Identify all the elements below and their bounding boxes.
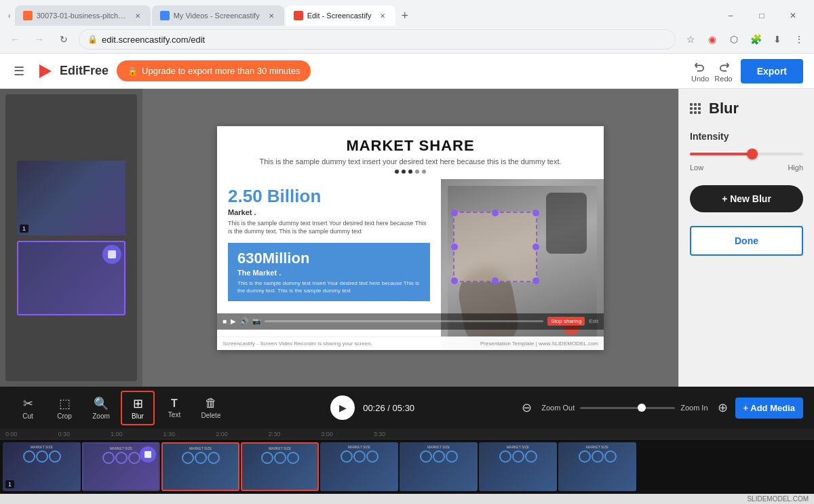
- window-controls: – □ ✕: [715, 5, 809, 26]
- add-media-button[interactable]: + Add Media: [735, 398, 803, 419]
- vc-stop-btn[interactable]: ■: [222, 317, 227, 325]
- blur-handle-tl[interactable]: [451, 210, 458, 216]
- export-button[interactable]: Export: [741, 59, 803, 83]
- menu-btn[interactable]: ⋮: [790, 30, 809, 49]
- delete-label: Delete: [201, 412, 221, 419]
- footer-brand: Screencastify - Screen Video Recorder is…: [222, 341, 372, 347]
- slider-thumb[interactable]: [747, 149, 758, 159]
- slider-fill: [690, 153, 752, 155]
- lock-icon: 🔒: [128, 66, 138, 76]
- new-tab-button[interactable]: +: [397, 9, 412, 23]
- zoom-tool[interactable]: 🔍 Zoom: [84, 392, 118, 424]
- blur-handle-tr[interactable]: [532, 210, 539, 216]
- blur-handle-tm[interactable]: [492, 210, 499, 216]
- timeline-thumb-5[interactable]: MARKET SIZE: [320, 442, 398, 491]
- tab-close-1[interactable]: ✕: [133, 11, 142, 20]
- timeline-thumb-4[interactable]: MARKET SIZE: [241, 442, 319, 491]
- panel-title: Blur: [709, 100, 739, 117]
- hamburger-menu[interactable]: ☰: [11, 61, 27, 81]
- timeline-thumb-3[interactable]: MARKET SIZE: [161, 442, 239, 491]
- extension-btn-2[interactable]: ⬡: [724, 30, 743, 49]
- blur-handle-br[interactable]: [532, 277, 539, 284]
- text-tool[interactable]: T Text: [157, 393, 191, 423]
- zoom-slider[interactable]: [580, 407, 675, 409]
- dot-3: [408, 170, 412, 174]
- tab-3[interactable]: Edit - Screencastify ✕: [286, 5, 396, 26]
- zoom-slider-thumb[interactable]: [638, 404, 646, 412]
- vc-play-btn[interactable]: ▶: [231, 317, 236, 325]
- slide-blue-box: 630Million The Market . This is the samp…: [228, 243, 430, 301]
- url-bar[interactable]: 🔒 edit.screencastify.com/edit: [79, 29, 676, 50]
- blur-handle-bm[interactable]: [492, 277, 499, 284]
- blur-selection-box[interactable]: [453, 212, 537, 282]
- tab-2[interactable]: My Videos - Screencastify ✕: [152, 5, 284, 26]
- undo-button[interactable]: Undo: [691, 60, 709, 83]
- refresh-button[interactable]: ↻: [54, 30, 73, 49]
- vc-cam-btn[interactable]: 📷: [252, 317, 260, 325]
- tab-close-3[interactable]: ✕: [378, 11, 387, 20]
- zoom-in-label: Zoom In: [680, 404, 708, 412]
- done-button[interactable]: Done: [690, 226, 803, 256]
- time-display: 00:26 / 05:30: [363, 403, 414, 413]
- text-label: Text: [168, 411, 180, 419]
- extensions-btn[interactable]: 🧩: [746, 30, 765, 49]
- play-button[interactable]: ▶: [330, 395, 355, 420]
- maximize-button[interactable]: □: [746, 5, 777, 26]
- new-blur-button[interactable]: + New Blur: [690, 185, 803, 212]
- tab-close-2[interactable]: ✕: [267, 11, 276, 20]
- upgrade-button[interactable]: 🔒 Upgrade to export more than 30 minutes: [117, 60, 311, 81]
- vc-duration: Edit: [589, 318, 598, 324]
- undo-redo-group: Undo Redo: [691, 60, 733, 83]
- back-button[interactable]: ←: [5, 30, 24, 49]
- blur-icon: ⊞: [133, 396, 143, 411]
- browser-back-btn[interactable]: ‹: [5, 10, 14, 21]
- delete-tool[interactable]: 🗑 Delete: [194, 392, 228, 423]
- crop-tool[interactable]: ⬚ Crop: [47, 392, 81, 424]
- timeline-thumb-7[interactable]: MARKET SIZE: [479, 442, 557, 491]
- blur-handle-bl[interactable]: [451, 277, 458, 284]
- extension-btn-1[interactable]: ◉: [703, 30, 722, 49]
- vc-vol-btn[interactable]: 🔊: [240, 317, 248, 325]
- timeline-thumb-1[interactable]: MARKET SIZE 1: [3, 442, 81, 491]
- close-button[interactable]: ✕: [777, 5, 809, 26]
- zoom-out-button[interactable]: ⊖: [517, 398, 536, 417]
- blur-tool[interactable]: ⊞ Blur: [121, 391, 155, 425]
- footer-url: Presentation Template | www.SLIDEMODEL.c…: [480, 341, 598, 347]
- download-btn[interactable]: ⬇: [768, 30, 787, 49]
- timeline-thumb-2[interactable]: MARKET SIZE: [82, 442, 160, 491]
- blur-handle-ml[interactable]: [451, 244, 458, 250]
- thumb-num-1: 1: [5, 480, 14, 488]
- logo-text: EditFree: [60, 64, 109, 78]
- redo-button[interactable]: Redo: [714, 60, 732, 83]
- app-container: ☰ EditFree 🔒 Upgrade to export more than…: [0, 54, 814, 504]
- trash-icon: 🗑: [205, 396, 217, 410]
- intensity-label: Intensity: [690, 131, 803, 142]
- video-controls-bar: ■ ▶ 🔊 📷 Stop sharing Edit: [217, 313, 604, 330]
- bookmark-button[interactable]: ☆: [681, 30, 700, 49]
- blur-handle-mr[interactable]: [532, 244, 539, 250]
- slide-text2: This is the sample dummy text Insert You…: [237, 279, 421, 294]
- tab-1[interactable]: 30073-01-business-pitch-deck ✕: [15, 5, 151, 26]
- cut-tool[interactable]: ✂ Cut: [11, 392, 45, 424]
- dot-1: [395, 170, 399, 174]
- zoom-in-button[interactable]: ⊕: [714, 398, 733, 417]
- minimize-button[interactable]: –: [715, 5, 746, 26]
- svg-marker-0: [39, 64, 52, 78]
- total-time: 05:30: [393, 403, 415, 413]
- current-time: 00:26: [363, 403, 385, 413]
- slide-market-label: Market .: [228, 208, 430, 216]
- browser-chrome: ‹ 30073-01-business-pitch-deck ✕ My Vide…: [0, 0, 814, 54]
- stop-sharing-btn[interactable]: Stop sharing: [547, 317, 585, 326]
- dot-4: [415, 170, 419, 174]
- slide-header: MARKET SHARE This is the sample dummy te…: [217, 126, 604, 179]
- vc-progress-bar[interactable]: [265, 320, 543, 322]
- timeline-thumb-8[interactable]: MARKET SIZE: [558, 442, 636, 491]
- forward-button[interactable]: →: [30, 30, 49, 49]
- redo-label: Redo: [714, 75, 732, 83]
- time-separator: /: [387, 403, 392, 413]
- ruler-tick: 3:30: [374, 431, 386, 438]
- timeline-thumb-6[interactable]: MARKET SIZE: [400, 442, 478, 491]
- toolbar: ✂ Cut ⬚ Crop 🔍 Zoom ⊞ Blur T Text 🗑 Dele…: [0, 387, 814, 429]
- playback-controls: ▶ 00:26 / 05:30: [231, 395, 514, 420]
- ruler-tick: 1:30: [163, 431, 176, 438]
